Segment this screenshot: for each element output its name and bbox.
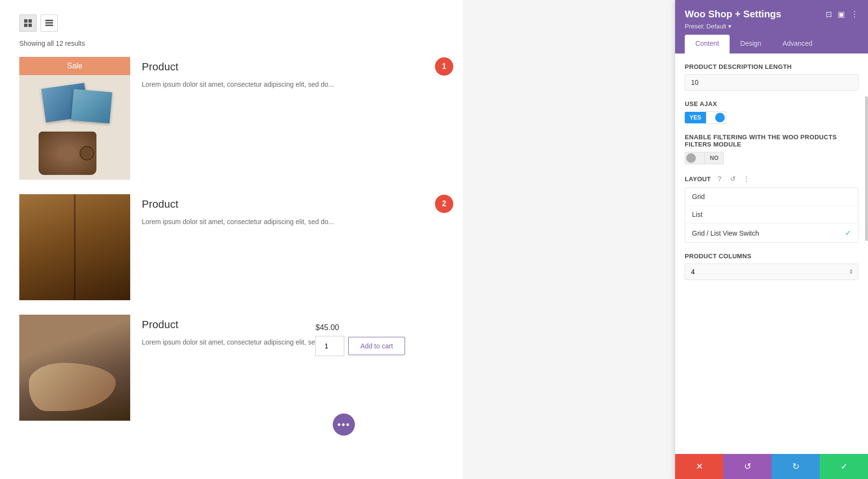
ellipsis-dots: ••• — [337, 420, 350, 429]
product-price: $45.00 — [315, 323, 405, 332]
layout-grid-label: Grid — [692, 193, 705, 200]
product-item-1: Sale Product Lorem ipsum dolor sit amet,… — [19, 57, 444, 180]
zipper-line — [74, 194, 76, 300]
use-ajax-label: Use Ajax — [685, 100, 858, 107]
settings-panel: Woo Shop + Settings ⊡ ▣ ⋮ Preset: Defaul… — [675, 0, 868, 479]
add-to-cart-button[interactable]: Add to cart — [348, 337, 405, 355]
cancel-button[interactable]: ✕ — [675, 454, 723, 479]
toggle-off-circle — [686, 153, 696, 163]
panel-tabs: Content Design Advanced — [685, 35, 858, 53]
step-badge-1: 1 — [435, 57, 453, 76]
product-columns-select-wrap: 4 3 2 1 — [685, 264, 858, 280]
use-ajax-toggle[interactable]: YES — [685, 111, 858, 124]
filtering-toggle[interactable]: NO — [685, 152, 858, 164]
product-columns-select[interactable]: 4 3 2 1 — [685, 264, 858, 280]
filtering-label: Enable Filtering with the Woo Products F… — [685, 133, 858, 148]
product-title-2: Product — [142, 198, 444, 211]
product-columns-group: Product columns 4 3 2 1 — [685, 253, 858, 280]
svg-rect-0 — [24, 19, 27, 23]
save-button[interactable]: ✓ — [820, 454, 868, 479]
panel-body: Product Description Length Use Ajax YES … — [675, 53, 868, 454]
use-ajax-group: Use Ajax YES — [685, 100, 858, 124]
svg-rect-5 — [45, 22, 53, 24]
product-image-wrap-1: Sale — [19, 57, 130, 180]
bag-button — [80, 146, 94, 160]
sale-badge: Sale — [19, 57, 130, 75]
panel-header-icons: ⊡ ▣ ⋮ — [826, 10, 858, 19]
tab-advanced[interactable]: Advanced — [772, 35, 823, 53]
ellipsis-badge[interactable]: ••• — [333, 413, 355, 436]
toggle-circle — [715, 113, 725, 122]
layout-label: Layout — [685, 175, 711, 183]
svg-rect-4 — [45, 20, 53, 21]
tab-design[interactable]: Design — [730, 35, 772, 53]
layout-more-icon[interactable]: ⋮ — [742, 174, 751, 184]
bag-item — [39, 132, 96, 175]
product-columns-label: Product columns — [685, 253, 858, 260]
shoe-shape — [29, 363, 116, 411]
toggle-no-label: NO — [705, 152, 724, 164]
tab-content[interactable]: Content — [685, 35, 730, 53]
product-image-wrap-2 — [19, 194, 130, 300]
svg-rect-1 — [28, 19, 32, 23]
panel-preset[interactable]: Preset: Default ▾ — [685, 23, 858, 30]
product-image-3 — [19, 315, 130, 421]
undo-button[interactable]: ↺ — [723, 454, 772, 479]
preset-chevron-icon: ▾ — [728, 23, 732, 30]
selected-check-icon: ✓ — [845, 228, 851, 238]
product-info-1: Product Lorem ipsum dolor sit amet, cons… — [142, 57, 444, 90]
layout-reset-icon[interactable]: ↺ — [728, 174, 738, 184]
toggle-yes-label: YES — [685, 112, 706, 123]
layout-option-grid-list[interactable]: Grid / List View Switch ✓ — [685, 224, 858, 242]
toolbar — [19, 14, 444, 32]
product-title-1: Product — [142, 61, 444, 73]
panel-footer: ✕ ↺ ↻ ✓ — [675, 454, 868, 479]
scrollbar-thumb[interactable] — [865, 96, 868, 241]
layout-list-label: List — [692, 211, 703, 218]
showing-text: Showing all 12 results — [19, 40, 444, 47]
scrollbar-track — [864, 0, 868, 479]
layout-dropdown: Grid List Grid / List View Switch ✓ — [685, 187, 858, 243]
panel-title-row: Woo Shop + Settings ⊡ ▣ ⋮ — [685, 9, 858, 20]
layout-grid-list-label: Grid / List View Switch — [692, 229, 759, 237]
list-view-button[interactable] — [41, 14, 58, 32]
svg-rect-3 — [28, 24, 32, 27]
split-view-icon[interactable]: ▣ — [838, 10, 845, 19]
layout-help-icon[interactable]: ? — [715, 174, 724, 184]
filtering-group: Enable Filtering with the Woo Products F… — [685, 133, 858, 164]
product-item-2: Product Lorem ipsum dolor sit amet, cons… — [19, 194, 444, 300]
product-image-2 — [19, 194, 130, 300]
svg-rect-2 — [24, 24, 27, 27]
layout-header: Layout ? ↺ ⋮ — [685, 174, 858, 184]
product-desc-1: Lorem ipsum dolor sit amet, consectetur … — [142, 79, 444, 90]
toggle-off-knob — [685, 152, 705, 164]
redo-button[interactable]: ↻ — [772, 454, 820, 479]
main-content: Showing all 12 results Sale Product Lore… — [0, 0, 463, 479]
product-item-3: Product Lorem ipsum dolor sit amet, cons… — [19, 315, 444, 421]
add-to-cart-wrap: Add to cart — [315, 336, 405, 356]
product-image-1 — [19, 57, 130, 180]
step-badge-2: 2 — [435, 195, 453, 213]
responsive-icon[interactable]: ⊡ — [826, 10, 832, 19]
product-info-2: Product Lorem ipsum dolor sit amet, cons… — [142, 194, 444, 227]
toggle-knob — [706, 111, 726, 124]
description-length-label: Product Description Length — [685, 63, 858, 70]
panel-title: Woo Shop + Settings — [685, 9, 781, 20]
layout-option-list[interactable]: List — [685, 206, 858, 224]
panel-header: Woo Shop + Settings ⊡ ▣ ⋮ Preset: Defaul… — [675, 0, 868, 53]
preset-label: Preset: Default — [685, 23, 726, 30]
description-length-input[interactable] — [685, 74, 858, 91]
quantity-input[interactable] — [315, 336, 344, 356]
layout-group: Layout ? ↺ ⋮ Grid List Grid / List View … — [685, 174, 858, 243]
svg-rect-6 — [45, 25, 53, 26]
grid-view-button[interactable] — [19, 14, 37, 32]
more-options-icon[interactable]: ⋮ — [851, 10, 858, 19]
product-image-wrap-3 — [19, 315, 130, 421]
photo-2 — [71, 89, 112, 124]
layout-option-grid[interactable]: Grid — [685, 188, 858, 206]
description-length-group: Product Description Length — [685, 63, 858, 91]
product-desc-2: Lorem ipsum dolor sit amet, consectetur … — [142, 216, 444, 227]
